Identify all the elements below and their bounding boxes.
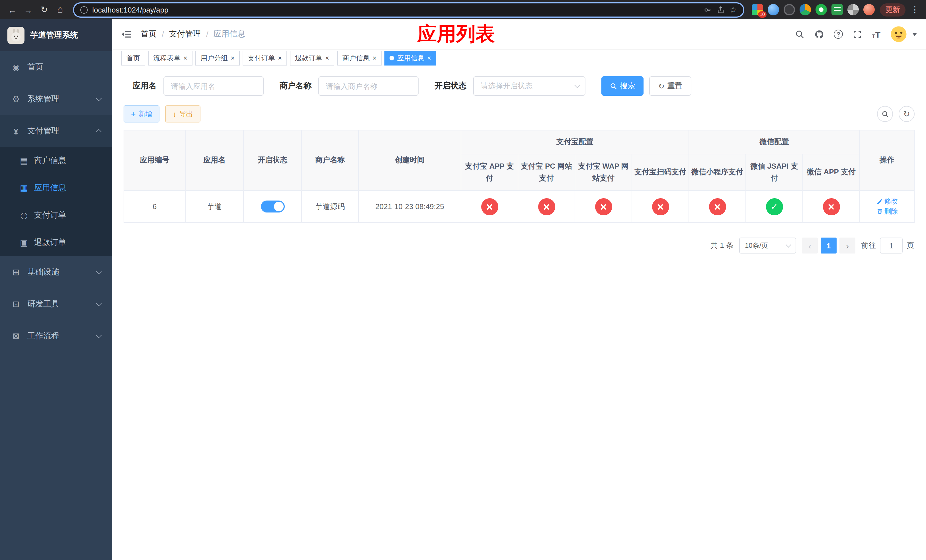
sidebar-logo-row[interactable]: 芋道管理系统	[0, 20, 112, 51]
extension-icon-5[interactable]	[816, 4, 827, 15]
tab-merchant-info[interactable]: 商户信息	[337, 51, 381, 65]
tab-app-info[interactable]: 应用信息	[384, 51, 436, 65]
page-size-select[interactable]: 10条/页	[739, 238, 796, 254]
chevron-down-icon	[574, 82, 580, 88]
extension-icon-6[interactable]	[831, 4, 843, 15]
cell-alipay-qr	[632, 191, 689, 222]
sidebar-item-system[interactable]: 系统管理	[0, 83, 112, 115]
breadcrumb: 首页 支付管理 应用信息	[141, 29, 245, 39]
url-text[interactable]: localhost:1024/pay/app	[92, 5, 699, 14]
search-icon	[881, 110, 889, 118]
help-icon[interactable]	[834, 30, 843, 39]
toggle-search-button[interactable]	[877, 106, 893, 122]
chevron-down-icon	[96, 269, 101, 274]
extension-icon-4[interactable]	[800, 4, 811, 15]
font-size-icon[interactable]	[872, 29, 881, 39]
app-name-input[interactable]	[163, 76, 264, 96]
goto-page-input[interactable]	[880, 238, 903, 254]
sidebar-item-workflow[interactable]: 工作流程	[0, 320, 112, 352]
extension-icon-2[interactable]	[768, 4, 779, 15]
home-icon[interactable]	[52, 2, 68, 17]
key-icon[interactable]	[703, 5, 711, 14]
close-icon[interactable]	[427, 55, 431, 62]
next-page-button[interactable]	[840, 238, 855, 254]
sidebar-item-pay-order[interactable]: 支付订单	[0, 202, 112, 229]
close-icon[interactable]	[231, 55, 235, 62]
card-icon	[20, 156, 29, 166]
extension-icon-8[interactable]	[863, 4, 875, 15]
cell-alipay-app	[461, 191, 518, 222]
url-bar[interactable]: localhost:1024/pay/app	[73, 2, 744, 17]
browser-update-button[interactable]: 更新	[880, 3, 905, 16]
cell-app-name: 芋道	[185, 191, 244, 222]
tab-label: 商户信息	[342, 53, 369, 63]
reset-button[interactable]: 重置	[649, 76, 691, 96]
sidebar-item-app-info[interactable]: 应用信息	[0, 174, 112, 202]
close-icon[interactable]	[183, 55, 188, 62]
tab-home[interactable]: 首页	[121, 51, 145, 65]
sidebar-item-home[interactable]: 首页	[0, 51, 112, 83]
goto-suffix: 页	[906, 241, 914, 251]
tab-label: 首页	[126, 53, 140, 63]
export-button[interactable]: 导出	[165, 105, 200, 123]
sidebar-item-merchant-info[interactable]: 商户信息	[0, 147, 112, 174]
status-select[interactable]: 请选择开启状态	[473, 76, 586, 96]
sidebar-item-dev-tools[interactable]: 研发工具	[0, 288, 112, 320]
delete-link[interactable]: 删除	[876, 206, 898, 216]
status-select-placeholder: 请选择开启状态	[481, 81, 533, 91]
tab-process-form[interactable]: 流程表单	[148, 51, 192, 65]
close-icon[interactable]	[372, 55, 377, 62]
tab-pay-order[interactable]: 支付订单	[243, 51, 287, 65]
col-wx-lite: 微信小程序支付	[689, 154, 746, 191]
plus-icon	[131, 110, 136, 118]
status-toggle[interactable]	[260, 201, 284, 212]
app-name-label: 应用名	[133, 81, 157, 91]
disabled-icon	[595, 198, 612, 215]
doc-icon	[20, 238, 29, 248]
sidebar-item-infrastructure[interactable]: 基础设施	[0, 256, 112, 288]
avatar[interactable]	[890, 26, 907, 43]
current-page-button[interactable]: 1	[821, 238, 837, 254]
close-icon[interactable]	[278, 55, 282, 62]
app-logo	[8, 27, 24, 44]
sidebar-item-refund-order[interactable]: 退款订单	[0, 229, 112, 256]
col-alipay-qr: 支付宝扫码支付	[632, 154, 689, 191]
forward-icon[interactable]	[21, 2, 36, 17]
close-icon[interactable]	[325, 55, 329, 62]
share-icon[interactable]	[716, 5, 725, 14]
sidebar-item-payment[interactable]: 支付管理	[0, 115, 112, 147]
search-button[interactable]: 搜索	[601, 76, 643, 96]
browser-menu-icon[interactable]	[908, 5, 921, 15]
extension-icon-3[interactable]	[784, 4, 795, 15]
gear-icon	[11, 94, 21, 104]
infra-icon	[11, 267, 21, 277]
extension-icon-1[interactable]: 10	[752, 4, 763, 15]
add-button-label: 新增	[138, 109, 152, 119]
tab-label: 流程表单	[153, 53, 180, 63]
disabled-icon	[709, 198, 726, 215]
cell-wx-lite	[689, 191, 746, 222]
tab-label: 应用信息	[397, 53, 424, 63]
cell-create-time: 2021-10-23 08:49:25	[359, 191, 461, 222]
tab-user-group[interactable]: 用户分组	[195, 51, 240, 65]
add-button[interactable]: 新增	[124, 105, 159, 123]
breadcrumb-home[interactable]: 首页	[141, 29, 157, 39]
search-icon[interactable]	[795, 29, 805, 39]
site-info-icon[interactable]	[80, 6, 88, 14]
reload-icon[interactable]	[36, 2, 52, 17]
breadcrumb-level1[interactable]: 支付管理	[169, 29, 201, 39]
tab-refund-order[interactable]: 退款订单	[290, 51, 334, 65]
hamburger-icon[interactable]	[112, 29, 141, 40]
back-icon[interactable]	[5, 2, 20, 17]
merchant-name-input[interactable]	[318, 76, 419, 96]
prev-page-button[interactable]	[802, 238, 818, 254]
fullscreen-icon[interactable]	[853, 29, 862, 39]
github-icon[interactable]	[815, 29, 825, 39]
export-button-label: 导出	[179, 109, 193, 119]
extension-badge: 10	[758, 11, 767, 18]
bookmark-star-icon[interactable]	[729, 5, 737, 15]
extension-icon-7[interactable]	[847, 4, 859, 15]
refresh-table-button[interactable]	[899, 106, 915, 122]
chevron-down-icon[interactable]	[912, 33, 917, 36]
edit-link[interactable]: 修改	[876, 197, 898, 206]
